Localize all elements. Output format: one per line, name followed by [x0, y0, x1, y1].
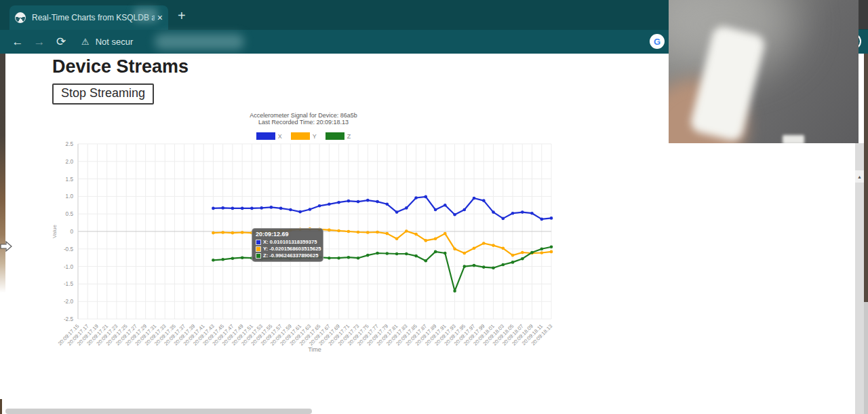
tooltip-value-x: X: 0.010101318359375	[263, 239, 317, 245]
tooltip-row-y: Y: -0.0201568603515625	[256, 246, 319, 252]
svg-text:2.5: 2.5	[66, 141, 74, 147]
svg-text:0.5: 0.5	[66, 211, 74, 217]
back-icon[interactable]: ←	[9, 30, 26, 54]
svg-text:1.0: 1.0	[66, 193, 74, 200]
tooltip-row-x: X: 0.010101318359375	[256, 239, 319, 245]
stop-streaming-button[interactable]: Stop Streaming	[52, 83, 154, 105]
google-account-icon[interactable]: G	[650, 34, 665, 49]
svg-text:1.5: 1.5	[66, 176, 74, 183]
svg-text:Time: Time	[308, 346, 321, 353]
tab-favicon-icon	[15, 12, 26, 23]
horizontal-scrollbar-thumb[interactable]	[5, 409, 312, 414]
svg-text:-1.5: -1.5	[64, 281, 74, 287]
svg-text:Value: Value	[52, 225, 58, 238]
webcam-overlay	[669, 0, 859, 143]
svg-text:-1.0: -1.0	[64, 264, 74, 270]
tooltip-value-z: Z: -0.996246337890625	[263, 252, 319, 259]
url-redaction	[155, 34, 244, 50]
vertical-scrollbar[interactable]	[855, 143, 864, 414]
refresh-icon[interactable]: ⟳	[52, 30, 70, 54]
address-bar[interactable]: ⚠ Not secur	[81, 30, 133, 54]
svg-text:0: 0	[70, 229, 73, 235]
not-secure-label: Not secur	[96, 37, 134, 47]
right-edge-light	[864, 302, 868, 414]
screen: Real-Time Charts from KSQLDB a × + ← → ⟳…	[0, 0, 868, 414]
tooltip-chip-x	[256, 240, 261, 245]
right-edge-dark	[864, 54, 868, 302]
svg-text:-0.5: -0.5	[64, 246, 74, 252]
not-secure-warning-icon: ⚠	[81, 37, 90, 47]
tooltip-value-y: Y: -0.0201568603515625	[263, 246, 321, 252]
bottom-left-edge	[0, 399, 2, 414]
svg-text:-2.0: -2.0	[64, 299, 74, 305]
tab-close-icon[interactable]: ×	[157, 13, 163, 22]
svg-text:2.0: 2.0	[66, 159, 74, 165]
tab-title-redaction	[134, 8, 157, 22]
tooltip-chip-z	[256, 253, 261, 259]
new-tab-button[interactable]: +	[178, 8, 186, 24]
scroll-up-button[interactable]: ▲	[855, 170, 864, 183]
webcam-object	[783, 135, 804, 143]
cursor-pointer	[0, 240, 12, 252]
tooltip-chip-y	[256, 246, 261, 252]
svg-text:-2.5: -2.5	[64, 316, 74, 322]
screen-corner-patch	[859, 0, 868, 29]
forward-icon[interactable]: →	[31, 30, 48, 54]
tooltip-row-z: Z: -0.996246337890625	[256, 252, 319, 259]
tooltip-time: 20:09:12.69	[256, 231, 319, 238]
background-window-edge	[0, 54, 5, 345]
chart-tooltip: 20:09:12.69 X: 0.010101318359375 Y: -0.0…	[252, 228, 323, 262]
page-title: Device Streams	[52, 56, 189, 77]
